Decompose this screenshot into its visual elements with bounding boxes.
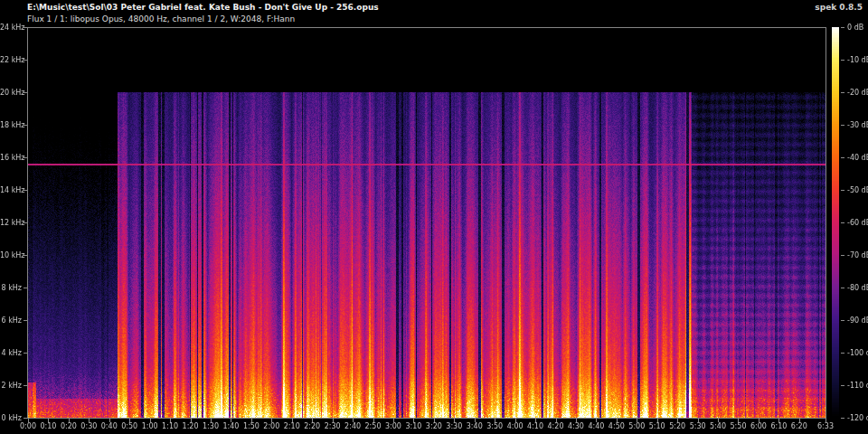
db-tick-label: -70 dB (847, 251, 868, 259)
freq-tick (24, 353, 27, 354)
stream-info: Flux 1 / 1: libopus Opus, 48000 Hz, chan… (27, 14, 295, 24)
file-path-title: E:\Music\test\Sol\03 Peter Gabriel feat.… (27, 3, 379, 12)
db-tick (841, 320, 844, 321)
db-tick-label: -80 dB (847, 284, 868, 292)
time-tick-label: 1:10 (159, 422, 181, 430)
time-tick-label: 2:00 (260, 422, 282, 430)
freq-tick-label: 22 kHz (0, 56, 22, 64)
freq-tick (24, 385, 27, 386)
time-tick-label: 0:20 (58, 422, 80, 430)
freq-tick-label: 8 kHz (0, 284, 22, 292)
db-tick (841, 157, 844, 158)
colorbar-gradient (832, 27, 839, 418)
db-tick-label: 0 dB (847, 24, 863, 32)
db-tick (841, 353, 844, 354)
time-tick-label: 3:30 (443, 422, 465, 430)
freq-tick (24, 418, 27, 419)
time-tick-label: 0:00 (17, 422, 39, 430)
app-version: spek 0.8.5 (815, 3, 863, 12)
freq-tick-label: 14 kHz (0, 186, 22, 194)
db-tick-label: -60 dB (847, 219, 868, 227)
db-tick-label: -10 dB (847, 56, 868, 64)
time-tick-label: 6:00 (748, 422, 769, 430)
time-tick-label: 0:40 (99, 422, 120, 430)
time-tick-label: 1:20 (180, 422, 202, 430)
time-tick-label: 1:40 (220, 422, 241, 430)
time-tick-label: 6:33 (815, 422, 836, 430)
freq-tick-label: 4 kHz (0, 349, 22, 357)
db-tick-label: -20 dB (847, 89, 868, 97)
time-tick-label: 0:10 (37, 422, 59, 430)
freq-tick-label: 18 kHz (0, 121, 22, 129)
freq-tick-label: 20 kHz (0, 89, 22, 97)
spectrogram-plot (27, 27, 826, 419)
time-tick-label: 3:40 (464, 422, 486, 430)
time-tick-label: 1:50 (241, 422, 262, 430)
time-tick-label: 4:10 (524, 422, 546, 430)
spek-window: E:\Music\test\Sol\03 Peter Gabriel feat.… (0, 0, 868, 434)
freq-tick (24, 288, 27, 288)
freq-tick-label: 24 kHz (0, 24, 22, 32)
freq-tick-label: 2 kHz (0, 382, 22, 390)
time-tick-label: 4:30 (565, 422, 587, 430)
time-tick-label: 3:50 (484, 422, 505, 430)
time-tick-label: 4:50 (606, 422, 627, 430)
db-tick (841, 60, 844, 61)
time-tick-label: 5:10 (646, 422, 668, 430)
time-tick-label: 5:50 (727, 422, 749, 430)
time-tick-label: 1:00 (139, 422, 161, 430)
time-tick-label: 5:40 (707, 422, 729, 430)
db-tick (841, 255, 844, 256)
time-tick-label: 2:50 (363, 422, 384, 430)
time-tick-label: 4:40 (585, 422, 607, 430)
time-tick-label: 3:10 (402, 422, 424, 430)
db-tick (841, 27, 844, 28)
time-tick-label: 4:00 (505, 422, 526, 430)
db-tick-label: -120 dB (847, 414, 868, 422)
db-tick-label: -40 dB (847, 154, 868, 162)
time-tick-label: 6:20 (788, 422, 810, 430)
freq-tick-label: 6 kHz (0, 316, 22, 325)
time-tick-label: 3:00 (382, 422, 404, 430)
db-tick (841, 385, 844, 386)
freq-tick-label: 16 kHz (0, 154, 22, 162)
time-tick-label: 5:00 (626, 422, 647, 430)
db-tick-label: -100 dB (847, 349, 868, 357)
db-tick (841, 92, 844, 93)
time-tick-label: 5:20 (666, 422, 688, 430)
time-tick-label: 2:10 (281, 422, 303, 430)
db-tick-label: -30 dB (847, 121, 868, 129)
freq-tick-label: 0 kHz (0, 414, 22, 422)
time-tick-label: 5:30 (687, 422, 709, 430)
time-tick-label: 1:30 (200, 422, 222, 430)
db-tick (841, 418, 844, 419)
freq-tick-label: 12 kHz (0, 219, 22, 227)
freq-tick (24, 320, 27, 321)
db-tick (841, 125, 844, 126)
db-tick (841, 190, 844, 191)
db-tick (841, 222, 844, 223)
db-tick-label: -110 dB (847, 382, 868, 390)
freq-tick-label: 10 kHz (0, 251, 22, 259)
time-tick-label: 3:20 (423, 422, 445, 430)
time-tick-label: 6:10 (768, 422, 789, 430)
spectrogram-canvas (28, 28, 826, 418)
time-tick-label: 0:30 (78, 422, 99, 430)
time-tick-label: 4:20 (545, 422, 567, 430)
db-tick (841, 288, 844, 288)
db-tick-label: -90 dB (847, 316, 868, 325)
time-tick-label: 2:40 (342, 422, 363, 430)
time-tick-label: 0:50 (118, 422, 140, 430)
time-tick-label: 2:30 (322, 422, 344, 430)
db-tick-label: -50 dB (847, 186, 868, 194)
time-tick-label: 2:20 (301, 422, 323, 430)
